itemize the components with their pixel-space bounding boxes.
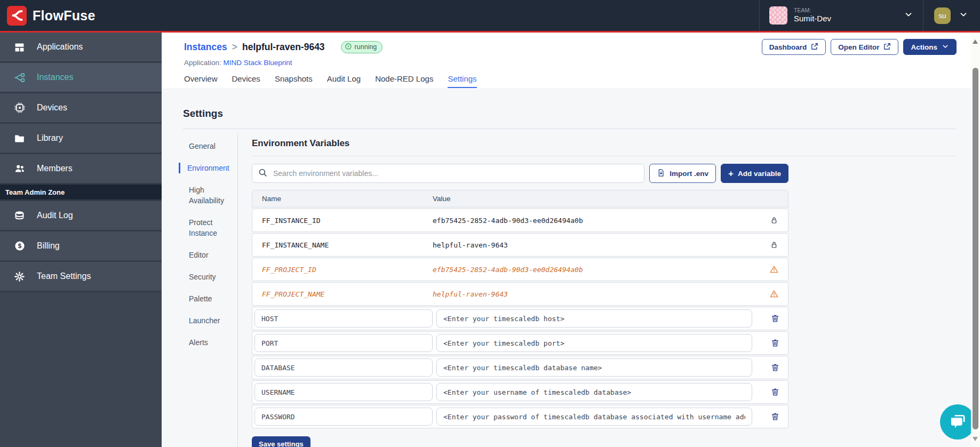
user-avatar: su	[934, 7, 951, 24]
actions-button[interactable]: Actions	[903, 39, 957, 55]
env-name-input[interactable]	[254, 383, 433, 401]
team-name: Sumit-Dev	[794, 14, 831, 24]
env-value-input[interactable]	[436, 309, 752, 328]
plus-icon: +	[728, 169, 734, 178]
settings-nav-security[interactable]: Security	[179, 272, 237, 282]
settings-nav-launcher[interactable]: Launcher	[179, 315, 237, 326]
tab-settings[interactable]: Settings	[448, 74, 476, 88]
scrollbar-thumb[interactable]	[973, 68, 978, 429]
search-input[interactable]	[272, 169, 638, 178]
sidebar-item-billing[interactable]: $ Billing	[0, 232, 162, 262]
tab-audit-log[interactable]: Audit Log	[327, 74, 361, 88]
breadcrumb-separator: >	[232, 42, 237, 53]
flowfuse-brand[interactable]: FlowFuse	[7, 6, 95, 26]
breadcrumb: Instances > helpful-raven-9643	[184, 42, 325, 53]
chat-icon	[948, 411, 967, 433]
tab-devices[interactable]: Devices	[232, 74, 260, 88]
accent-divider	[0, 31, 980, 33]
warning-icon	[760, 265, 788, 274]
devices-icon	[13, 102, 26, 114]
settings-nav-protect-instance[interactable]: Protect Instance	[179, 217, 237, 238]
external-link-icon	[883, 43, 891, 52]
env-var-name: FF_INSTANCE_NAME	[252, 241, 433, 249]
sidebar-item-library[interactable]: Library	[0, 124, 162, 154]
chat-widget-button[interactable]	[940, 404, 975, 440]
scroll-down-icon[interactable]	[973, 437, 978, 441]
env-row-editable	[252, 307, 788, 330]
env-var-value: helpful-raven-9643	[433, 241, 760, 249]
team-label: TEAM:	[794, 7, 831, 14]
delete-variable-button[interactable]	[770, 387, 780, 397]
settings-nav-environment[interactable]: Environment	[179, 163, 237, 173]
sidebar-item-devices[interactable]: Devices	[0, 93, 162, 124]
search-icon	[258, 168, 267, 179]
audit-log-icon	[13, 210, 26, 221]
instance-name: helpful-raven-9643	[242, 42, 325, 53]
settings-nav-editor[interactable]: Editor	[179, 250, 237, 260]
tab-snapshots[interactable]: Snapshots	[275, 74, 313, 88]
open-editor-button[interactable]: Open Editor	[831, 39, 898, 55]
env-value-input[interactable]	[436, 358, 752, 377]
add-variable-button[interactable]: + Add variable	[721, 164, 788, 183]
settings-content: Settings General Environment High Availa…	[162, 88, 971, 447]
instance-tabs: Overview Devices Snapshots Audit Log Nod…	[184, 74, 477, 88]
breadcrumb-instances-link[interactable]: Instances	[184, 42, 227, 53]
settings-nav-general[interactable]: General	[179, 141, 237, 151]
import-env-button[interactable]: Import .env	[649, 164, 716, 183]
env-value-input[interactable]	[436, 334, 752, 352]
settings-nav-alerts[interactable]: Alerts	[179, 337, 237, 348]
actions-button-label: Actions	[911, 43, 937, 51]
env-row-editable	[252, 380, 788, 404]
settings-nav-high-availability[interactable]: High Availability	[179, 185, 237, 206]
divider	[237, 134, 238, 447]
dashboard-button[interactable]: Dashboard	[762, 39, 826, 55]
delete-variable-button[interactable]	[770, 363, 780, 372]
brand-name: FlowFuse	[33, 8, 95, 23]
team-avatar	[769, 6, 787, 25]
chevron-down-icon	[959, 10, 968, 21]
tab-node-red-logs[interactable]: Node-RED Logs	[375, 74, 433, 88]
import-file-icon	[657, 169, 665, 179]
sidebar-item-label: Team Settings	[37, 272, 91, 281]
settings-nav: General Environment High Availability Pr…	[179, 129, 237, 447]
delete-variable-button[interactable]	[770, 314, 780, 323]
sidebar-item-members[interactable]: Members	[0, 154, 162, 185]
divider	[252, 156, 957, 156]
delete-variable-button[interactable]	[770, 412, 780, 421]
env-value-input[interactable]	[436, 408, 752, 426]
delete-variable-button[interactable]	[770, 338, 780, 348]
chevron-down-icon	[904, 10, 913, 21]
env-var-name: FF_PROJECT_ID	[252, 266, 433, 274]
sidebar-item-label: Audit Log	[37, 211, 73, 220]
user-menu[interactable]: su	[923, 7, 973, 24]
env-row-editable	[252, 331, 788, 355]
status-badge-label: running	[355, 43, 377, 51]
team-selector[interactable]: TEAM: Sumit-Dev	[760, 0, 923, 31]
env-name-input[interactable]	[254, 408, 433, 426]
sidebar-item-applications[interactable]: Applications	[0, 33, 162, 63]
env-name-input[interactable]	[254, 358, 433, 377]
sidebar-item-label: Applications	[37, 42, 83, 52]
env-value-input[interactable]	[436, 383, 752, 401]
env-toolbar: Import .env + Add variable	[252, 164, 788, 183]
section-title: Environment Variables	[252, 138, 957, 149]
scroll-up-icon[interactable]	[973, 39, 978, 44]
application-link[interactable]: MIND Stack Blueprint	[224, 59, 292, 67]
sidebar-item-audit-log[interactable]: Audit Log	[0, 201, 162, 232]
sidebar-item-team-settings[interactable]: Team Settings	[0, 262, 162, 292]
env-row-locked: FF_INSTANCE_NAME helpful-raven-9643	[252, 233, 788, 257]
tab-overview[interactable]: Overview	[184, 74, 218, 88]
scrollbar[interactable]	[971, 33, 980, 447]
env-name-input[interactable]	[254, 334, 433, 352]
external-link-icon	[811, 43, 818, 52]
main-area: Instances > helpful-raven-9643 running D…	[162, 33, 971, 447]
warning-icon	[760, 289, 788, 299]
env-name-input[interactable]	[254, 309, 433, 328]
top-navigation-bar: FlowFuse TEAM: Sumit-Dev su	[0, 0, 980, 31]
lock-icon	[760, 216, 788, 225]
save-settings-button[interactable]: Save settings	[252, 436, 310, 447]
settings-nav-palette[interactable]: Palette	[179, 293, 237, 304]
gear-icon	[13, 271, 26, 282]
sidebar-item-instances[interactable]: Instances	[0, 63, 162, 93]
flowfuse-logo-icon	[7, 6, 27, 26]
